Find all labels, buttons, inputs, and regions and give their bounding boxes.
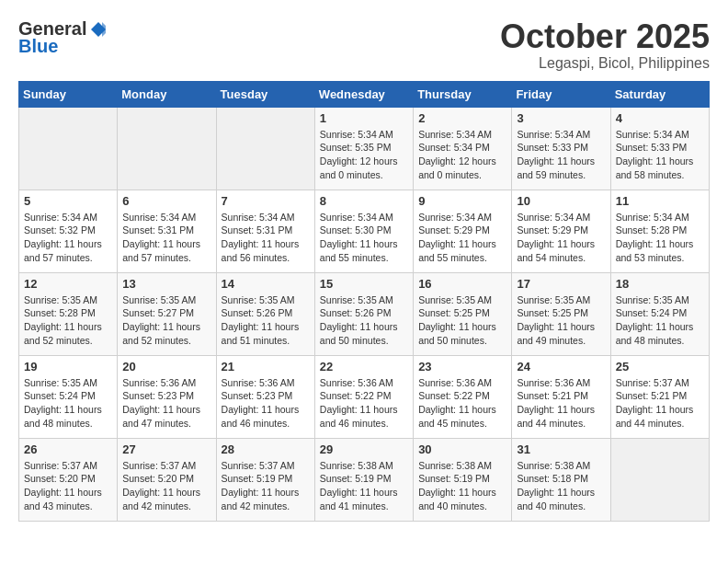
day-number: 13 [122, 277, 210, 291]
day-number: 29 [320, 442, 408, 456]
day-info: Sunrise: 5:35 AM Sunset: 5:24 PM Dayligh… [24, 376, 112, 431]
day-number: 19 [24, 360, 112, 373]
day-cell: 15Sunrise: 5:35 AM Sunset: 5:26 PM Dayli… [314, 272, 413, 355]
day-info: Sunrise: 5:35 AM Sunset: 5:25 PM Dayligh… [418, 293, 506, 348]
calendar-body: 1Sunrise: 5:34 AM Sunset: 5:35 PM Daylig… [19, 107, 710, 521]
day-cell: 17Sunrise: 5:35 AM Sunset: 5:25 PM Dayli… [512, 272, 610, 355]
week-row-3: 12Sunrise: 5:35 AM Sunset: 5:28 PM Dayli… [19, 272, 710, 355]
day-number: 10 [517, 194, 605, 208]
day-cell [19, 107, 118, 190]
header-cell-tuesday: Tuesday [216, 81, 314, 107]
day-number: 30 [418, 442, 506, 456]
day-number: 17 [517, 277, 605, 291]
day-info: Sunrise: 5:35 AM Sunset: 5:26 PM Dayligh… [320, 293, 408, 348]
month-title: October 2025 [500, 18, 710, 55]
day-cell: 2Sunrise: 5:34 AM Sunset: 5:34 PM Daylig… [414, 107, 512, 190]
title-block: October 2025 Legaspi, Bicol, Philippines [500, 18, 710, 72]
week-row-1: 1Sunrise: 5:34 AM Sunset: 5:35 PM Daylig… [19, 107, 710, 190]
day-cell: 27Sunrise: 5:37 AM Sunset: 5:20 PM Dayli… [118, 438, 216, 521]
day-info: Sunrise: 5:37 AM Sunset: 5:20 PM Dayligh… [24, 459, 112, 513]
day-cell: 29Sunrise: 5:38 AM Sunset: 5:19 PM Dayli… [314, 438, 413, 521]
day-cell: 31Sunrise: 5:38 AM Sunset: 5:18 PM Dayli… [512, 438, 610, 521]
header-cell-friday: Friday [512, 81, 610, 107]
day-cell: 20Sunrise: 5:36 AM Sunset: 5:23 PM Dayli… [118, 355, 216, 438]
day-number: 12 [24, 277, 112, 291]
day-cell: 1Sunrise: 5:34 AM Sunset: 5:35 PM Daylig… [314, 107, 413, 190]
day-info: Sunrise: 5:35 AM Sunset: 5:25 PM Dayligh… [517, 293, 605, 348]
day-info: Sunrise: 5:34 AM Sunset: 5:29 PM Dayligh… [418, 211, 506, 265]
day-number: 2 [418, 111, 506, 125]
day-number: 18 [616, 277, 704, 291]
day-number: 5 [24, 194, 112, 208]
day-cell: 5Sunrise: 5:34 AM Sunset: 5:32 PM Daylig… [19, 190, 118, 272]
header-cell-monday: Monday [118, 81, 216, 107]
day-info: Sunrise: 5:36 AM Sunset: 5:22 PM Dayligh… [418, 376, 506, 431]
day-cell: 6Sunrise: 5:34 AM Sunset: 5:31 PM Daylig… [118, 190, 216, 272]
day-number: 1 [320, 111, 408, 125]
header-cell-thursday: Thursday [414, 81, 512, 107]
header-cell-saturday: Saturday [610, 81, 709, 107]
day-number: 4 [616, 111, 704, 125]
day-number: 25 [616, 360, 704, 373]
day-info: Sunrise: 5:35 AM Sunset: 5:26 PM Dayligh… [222, 293, 310, 348]
svg-marker-1 [102, 22, 106, 37]
day-info: Sunrise: 5:34 AM Sunset: 5:33 PM Dayligh… [517, 128, 605, 182]
day-cell: 30Sunrise: 5:38 AM Sunset: 5:19 PM Dayli… [414, 438, 512, 521]
day-info: Sunrise: 5:34 AM Sunset: 5:32 PM Dayligh… [24, 211, 112, 265]
day-info: Sunrise: 5:36 AM Sunset: 5:23 PM Dayligh… [122, 376, 210, 431]
day-info: Sunrise: 5:34 AM Sunset: 5:31 PM Dayligh… [222, 211, 310, 265]
day-info: Sunrise: 5:35 AM Sunset: 5:24 PM Dayligh… [616, 293, 704, 348]
day-cell: 13Sunrise: 5:35 AM Sunset: 5:27 PM Dayli… [118, 272, 216, 355]
week-row-2: 5Sunrise: 5:34 AM Sunset: 5:32 PM Daylig… [19, 190, 710, 272]
header-cell-sunday: Sunday [19, 81, 118, 107]
day-info: Sunrise: 5:35 AM Sunset: 5:28 PM Dayligh… [24, 293, 112, 348]
day-cell: 12Sunrise: 5:35 AM Sunset: 5:28 PM Dayli… [19, 272, 118, 355]
day-cell [610, 438, 709, 521]
day-number: 23 [418, 360, 506, 373]
day-number: 9 [418, 194, 506, 208]
logo-icon [89, 20, 108, 39]
week-row-4: 19Sunrise: 5:35 AM Sunset: 5:24 PM Dayli… [19, 355, 710, 438]
day-number: 26 [24, 442, 112, 456]
day-number: 14 [222, 277, 310, 291]
day-cell: 26Sunrise: 5:37 AM Sunset: 5:20 PM Dayli… [19, 438, 118, 521]
day-info: Sunrise: 5:36 AM Sunset: 5:21 PM Dayligh… [517, 376, 605, 431]
day-info: Sunrise: 5:38 AM Sunset: 5:19 PM Dayligh… [320, 459, 408, 513]
day-info: Sunrise: 5:34 AM Sunset: 5:33 PM Dayligh… [616, 128, 704, 182]
calendar-header: SundayMondayTuesdayWednesdayThursdayFrid… [19, 81, 710, 107]
day-cell: 11Sunrise: 5:34 AM Sunset: 5:28 PM Dayli… [610, 190, 709, 272]
day-info: Sunrise: 5:36 AM Sunset: 5:22 PM Dayligh… [320, 376, 408, 431]
day-info: Sunrise: 5:37 AM Sunset: 5:20 PM Dayligh… [122, 459, 210, 513]
day-cell: 7Sunrise: 5:34 AM Sunset: 5:31 PM Daylig… [216, 190, 314, 272]
day-cell: 16Sunrise: 5:35 AM Sunset: 5:25 PM Dayli… [414, 272, 512, 355]
day-cell: 9Sunrise: 5:34 AM Sunset: 5:29 PM Daylig… [414, 190, 512, 272]
logo: General Blue [18, 18, 108, 57]
day-info: Sunrise: 5:34 AM Sunset: 5:28 PM Dayligh… [616, 211, 704, 265]
day-info: Sunrise: 5:34 AM Sunset: 5:29 PM Dayligh… [517, 211, 605, 265]
day-cell: 10Sunrise: 5:34 AM Sunset: 5:29 PM Dayli… [512, 190, 610, 272]
day-number: 28 [222, 442, 310, 456]
day-cell [216, 107, 314, 190]
day-number: 8 [320, 194, 408, 208]
calendar-table: SundayMondayTuesdayWednesdayThursdayFrid… [18, 81, 710, 522]
day-cell: 3Sunrise: 5:34 AM Sunset: 5:33 PM Daylig… [512, 107, 610, 190]
day-number: 16 [418, 277, 506, 291]
logo-blue-text: Blue [18, 36, 58, 57]
day-number: 24 [517, 360, 605, 373]
day-info: Sunrise: 5:36 AM Sunset: 5:23 PM Dayligh… [222, 376, 310, 431]
day-cell: 23Sunrise: 5:36 AM Sunset: 5:22 PM Dayli… [414, 355, 512, 438]
day-info: Sunrise: 5:34 AM Sunset: 5:34 PM Dayligh… [418, 128, 506, 182]
day-cell: 8Sunrise: 5:34 AM Sunset: 5:30 PM Daylig… [314, 190, 413, 272]
location-title: Legaspi, Bicol, Philippines [500, 55, 710, 72]
page-header: General Blue October 2025 Legaspi, Bicol… [18, 18, 710, 72]
header-row: SundayMondayTuesdayWednesdayThursdayFrid… [19, 81, 710, 107]
day-cell: 28Sunrise: 5:37 AM Sunset: 5:19 PM Dayli… [216, 438, 314, 521]
day-cell [118, 107, 216, 190]
day-info: Sunrise: 5:38 AM Sunset: 5:18 PM Dayligh… [517, 459, 605, 513]
header-cell-wednesday: Wednesday [314, 81, 413, 107]
day-cell: 22Sunrise: 5:36 AM Sunset: 5:22 PM Dayli… [314, 355, 413, 438]
day-number: 3 [517, 111, 605, 125]
day-info: Sunrise: 5:38 AM Sunset: 5:19 PM Dayligh… [418, 459, 506, 513]
day-number: 22 [320, 360, 408, 373]
week-row-5: 26Sunrise: 5:37 AM Sunset: 5:20 PM Dayli… [19, 438, 710, 521]
